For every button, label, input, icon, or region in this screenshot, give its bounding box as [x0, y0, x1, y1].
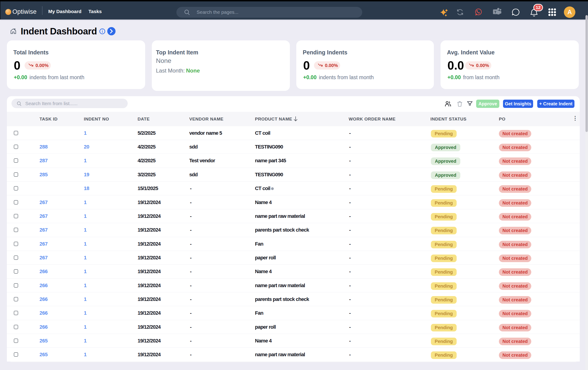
svg-text:T: T — [494, 10, 496, 14]
